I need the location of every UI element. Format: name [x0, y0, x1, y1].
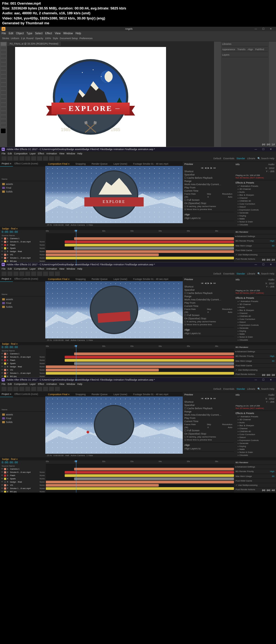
timeline-layer-row[interactable]: 👁3FlashNone — [0, 243, 46, 247]
play-icon[interactable]: ▶ — [208, 167, 209, 169]
menu-animation[interactable]: Animation — [46, 152, 57, 155]
workspace-default[interactable]: Default — [213, 157, 221, 160]
layer-bar[interactable] — [46, 253, 159, 256]
menu-help[interactable]: Help — [75, 32, 81, 35]
close-button[interactable]: ✕ — [267, 263, 274, 266]
hand-tool-icon[interactable] — [1, 119, 6, 123]
layer-bar[interactable] — [46, 257, 234, 259]
layer-bar[interactable] — [74, 247, 234, 250]
project-tab[interactable]: Project ≡ — [0, 392, 13, 397]
res-auto[interactable]: Auto — [228, 311, 232, 313]
effect-category[interactable]: * Animation Presets — [236, 300, 274, 303]
view-dropdown[interactable]: 1 View — [87, 339, 93, 341]
gradient-tool-icon[interactable] — [1, 103, 6, 107]
play-icon[interactable]: ▶ — [208, 397, 209, 400]
comp-tab-final[interactable]: Composition Final ≡ — [46, 392, 71, 396]
effect-category[interactable]: Expression Controls — [236, 324, 274, 327]
playhead[interactable] — [76, 345, 76, 381]
ram-cache-toggle[interactable]: Post RAM Cache — [236, 480, 274, 482]
composition-viewer[interactable]: Active Camera EXPLORE — [45, 166, 183, 223]
timeline-layer-row[interactable]: 👁7Smoke 1…8 sec.mp4None — [0, 256, 46, 260]
menu-composition[interactable]: Composition — [14, 152, 27, 155]
pencil-tool-icon[interactable] — [1, 74, 6, 78]
menu-effect[interactable]: Effect — [38, 267, 44, 270]
effect-category[interactable]: Audio — [236, 191, 274, 194]
pen-tool-icon[interactable] — [1, 54, 6, 58]
current-time-dropdown[interactable]: Current Time — [184, 420, 198, 423]
ai-canvas[interactable]: P2_FINAL.ai @ 33.33% (RGB/GPU Preview) — [7, 42, 214, 147]
res-dropdown[interactable]: Half — [65, 224, 69, 226]
menu-file[interactable]: File — [2, 32, 6, 35]
timecode[interactable]: 0:00:00:00 — [0, 460, 46, 465]
effect-controls-tab[interactable]: Effect Controls (none) — [13, 162, 40, 167]
cache-checkbox[interactable]: ☐ Cache Before Playback — [184, 292, 213, 294]
timeline-layer-row[interactable]: 👁8BG.jpgNone — [0, 490, 46, 493]
timecode[interactable]: 0:00:00:00 — [0, 345, 46, 349]
move-time-checkbox[interactable]: ☑ Move time to preview time — [184, 208, 212, 211]
zoom-dropdown[interactable]: 25 % — [47, 454, 52, 457]
timeline-tab[interactable]: badge - final ≡ — [0, 458, 20, 460]
timeline-layer-row[interactable]: 👁6VGNone — [0, 253, 46, 256]
menu-edit[interactable]: Edit — [8, 267, 12, 270]
res-dropdown[interactable]: Half — [65, 454, 69, 457]
project-tab[interactable]: Project ≡ — [0, 162, 13, 167]
magic-wand-tool-icon[interactable] — [1, 50, 6, 54]
brush-tool-icon[interactable] — [1, 70, 6, 74]
first-frame-icon[interactable]: ⏮ — [201, 282, 203, 284]
effect-category[interactable]: Blur & Sharpen — [236, 194, 274, 196]
timeline-tracks[interactable]: 00s01s02s03s04s05s06s — [46, 460, 234, 493]
play-icon[interactable]: ▶ — [208, 282, 209, 284]
last-frame-icon[interactable]: ⏭ — [213, 167, 216, 169]
layer-bar[interactable] — [74, 477, 234, 480]
layer-bar[interactable] — [65, 471, 234, 474]
effect-category[interactable]: Obsolete — [236, 454, 274, 457]
current-time-dropdown[interactable]: Current Time — [184, 189, 198, 192]
workarea-dropdown[interactable]: Work Area Extended By Current… — [184, 183, 221, 186]
type-tool-icon[interactable] — [1, 58, 6, 62]
width-tool-icon[interactable] — [1, 91, 6, 94]
layer-bar[interactable] — [46, 369, 159, 371]
brush-tool-icon[interactable] — [55, 272, 60, 276]
pan-behind-tool-icon[interactable] — [31, 272, 36, 276]
rotate-tool-icon[interactable] — [19, 156, 24, 161]
effect-category[interactable]: Matte — [236, 217, 274, 220]
multiproc-checkbox[interactable]: ✓ Use Multiprocessing — [236, 369, 274, 371]
effect-category[interactable]: Noise & Grain — [236, 220, 274, 223]
type-tool-icon[interactable] — [49, 156, 54, 161]
cache-frames-checkbox[interactable]: ☐ If caching, play cached frames — [184, 436, 216, 438]
effect-category[interactable]: 3D Channel — [236, 303, 274, 306]
cache-checkbox[interactable]: ☐ Cache Before Playback — [184, 407, 213, 410]
close-button[interactable]: ✕ — [267, 378, 274, 382]
timeline-layer-row[interactable]: 👁2Smoke 6…8 sec.mp4None — [0, 355, 46, 359]
mem-value[interactable]: 80 — [272, 475, 274, 477]
project-item[interactable]: Final — [1, 416, 44, 420]
rect-tool-icon[interactable] — [37, 387, 42, 391]
layer-bar[interactable] — [46, 481, 234, 483]
cache-frames-checkbox[interactable]: ☐ If caching, play cached frames — [184, 320, 216, 323]
move-time-checkbox[interactable]: ☑ Move time to preview time — [184, 439, 212, 441]
timecode[interactable]: 0:00:00:00 — [0, 230, 46, 234]
workspace-standar[interactable]: Standar — [236, 157, 245, 160]
timeline-layer-row[interactable]: 👁1Camera 1 — [0, 352, 46, 355]
rectangle-tool-icon[interactable] — [1, 66, 6, 70]
menu-help[interactable]: Help — [77, 267, 82, 270]
playhead[interactable] — [76, 230, 76, 266]
menu-effect[interactable]: Effect — [38, 383, 44, 385]
menu-window[interactable]: Window — [67, 383, 75, 385]
workarea-dropdown[interactable]: Work Area Extended By Current… — [184, 413, 221, 416]
spacebar-dropdown[interactable]: Spacebar — [184, 404, 195, 406]
priority-value[interactable]: High — [270, 470, 274, 473]
menu-type[interactable]: Type — [26, 32, 32, 35]
rect-tool-icon[interactable] — [37, 272, 42, 276]
timeline-layer-row[interactable]: 👁2Smoke 6…8 sec.mp4None — [0, 240, 46, 243]
camera-tool-icon[interactable] — [25, 156, 30, 161]
search-help[interactable]: 🔍 Search Help — [257, 272, 274, 275]
minimize-button[interactable]: — — [252, 378, 259, 382]
skip-value[interactable]: 0 — [208, 426, 209, 429]
fullscreen-checkbox[interactable]: ☐ Full Screen — [184, 314, 199, 317]
effect-category[interactable]: Color Correction — [236, 433, 274, 436]
effect-category[interactable]: Distort — [236, 321, 274, 324]
shape-builder-tool-icon[interactable] — [1, 99, 6, 103]
effect-category[interactable]: Matte — [236, 333, 274, 335]
first-frame-icon[interactable]: ⏮ — [201, 167, 203, 169]
